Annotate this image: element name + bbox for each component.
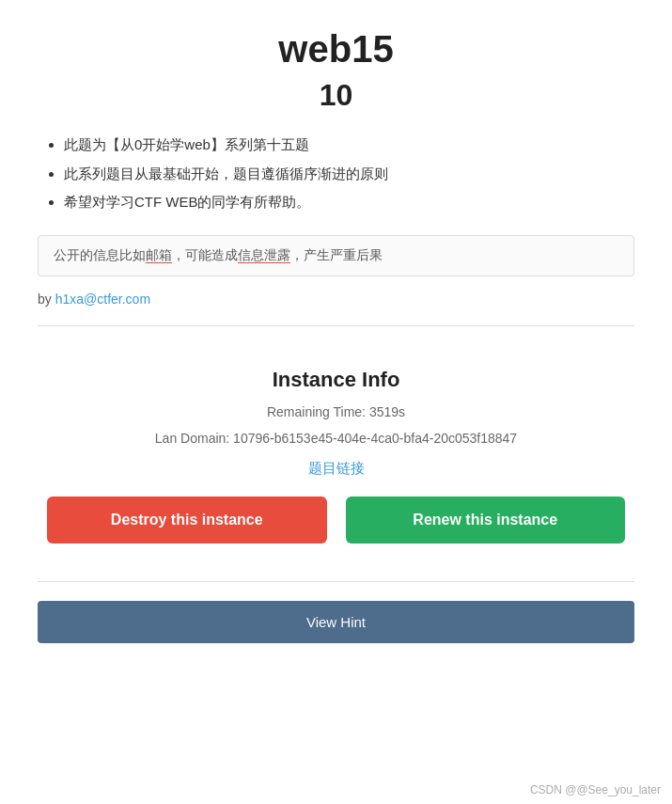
instance-title: Instance Info xyxy=(38,368,634,392)
hint-section: View Hint xyxy=(0,601,672,643)
by-line: by h1xa@ctfer.com xyxy=(38,292,634,326)
list-item: 此系列题目从最基础开始，题目遵循循序渐进的原则 xyxy=(64,161,634,188)
challenge-link[interactable]: 题目链接 xyxy=(308,460,365,478)
action-buttons: Destroy this instance Renew this instanc… xyxy=(38,497,634,544)
remaining-time: Remaining Time: 3519s xyxy=(38,402,634,422)
description-list: 此题为【从0开始学web】系列第十五题 此系列题目从最基础开始，题目遵循循序渐进… xyxy=(38,132,634,216)
destroy-button[interactable]: Destroy this instance xyxy=(47,497,327,544)
list-item: 希望对学习CTF WEB的同学有所帮助。 xyxy=(64,189,634,216)
lan-domain-value: 10796-b6153e45-404e-4ca0-bfa4-20c053f188… xyxy=(233,431,517,446)
renew-button[interactable]: Renew this instance xyxy=(346,497,626,544)
lan-domain: Lan Domain: 10796-b6153e45-404e-4ca0-bfa… xyxy=(38,428,634,449)
score-value: 10 xyxy=(38,78,634,113)
remaining-time-label: Remaining Time: xyxy=(267,404,369,419)
warning-text: 公开的信息比如邮箱，可能造成信息泄露，产生严重后果 xyxy=(54,247,383,262)
page-title: web15 xyxy=(38,28,634,71)
author-email-link[interactable]: h1xa@ctfer.com xyxy=(55,292,150,307)
warning-box: 公开的信息比如邮箱，可能造成信息泄露，产生严重后果 xyxy=(38,235,634,276)
by-prefix: by xyxy=(38,292,55,307)
watermark: CSDN @@See_you_later xyxy=(530,783,661,796)
list-item: 此题为【从0开始学web】系列第十五题 xyxy=(64,132,634,159)
divider xyxy=(38,581,634,582)
hint-button[interactable]: View Hint xyxy=(38,601,634,643)
lan-domain-label: Lan Domain: xyxy=(155,431,233,446)
remaining-time-value: 3519s xyxy=(369,404,405,419)
